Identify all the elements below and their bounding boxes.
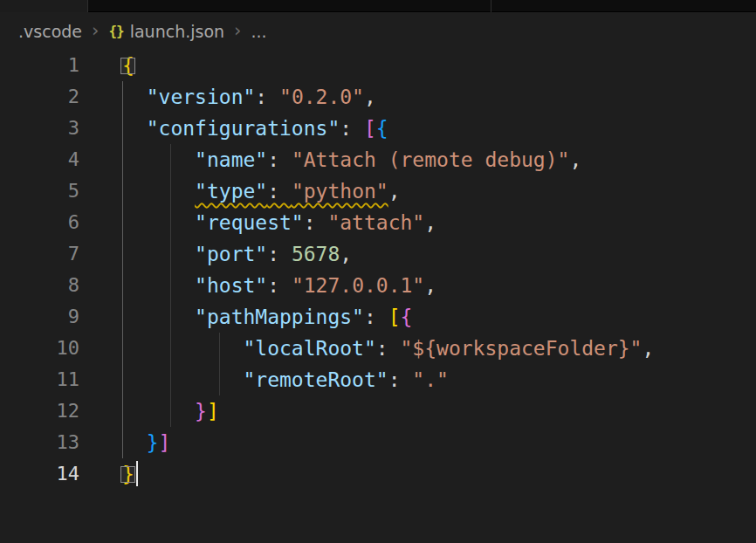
line-number[interactable]: 6	[0, 207, 100, 238]
line-number[interactable]: 14	[0, 458, 100, 490]
line-number[interactable]: 13	[0, 427, 100, 458]
token	[122, 306, 195, 328]
code-line-4: 4 "name": "Attach (remote debug)",	[0, 144, 756, 175]
line-number[interactable]: 10	[0, 333, 100, 364]
breadcrumb-folder[interactable]: .vscode	[18, 22, 82, 41]
breadcrumb-file[interactable]: {} launch.json	[108, 22, 224, 41]
line-code[interactable]: "type": "python",	[100, 175, 401, 207]
line-code[interactable]: "localRoot": "${workspaceFolder}",	[100, 333, 654, 364]
line-number[interactable]: 4	[0, 144, 100, 175]
token: :	[376, 337, 401, 360]
token: "version"	[147, 86, 256, 108]
token: ,	[364, 86, 376, 108]
token: "name"	[195, 148, 267, 171]
code-line-10: 10 "localRoot": "${workspaceFolder}",	[0, 333, 756, 364]
token: [	[364, 117, 376, 140]
token: "request"	[195, 211, 304, 234]
token: :	[267, 274, 292, 297]
code-line-8: 8 "host": "127.0.0.1",	[0, 270, 756, 301]
line-number[interactable]: 9	[0, 301, 100, 333]
line-number[interactable]: 2	[0, 81, 100, 113]
token	[122, 148, 195, 171]
token: ]	[207, 400, 219, 423]
line-number[interactable]: 5	[0, 175, 100, 207]
token	[122, 117, 147, 140]
matched-bracket: {	[122, 54, 134, 77]
line-code[interactable]: "name": "Attach (remote debug)",	[100, 144, 581, 175]
token: ,	[424, 211, 436, 234]
token: {	[376, 117, 388, 140]
json-file-icon: {}	[108, 23, 123, 39]
line-number[interactable]: 7	[0, 238, 100, 270]
line-code[interactable]: "configurations": [{	[100, 113, 388, 144]
chevron-right-icon: ›	[92, 20, 99, 41]
code-line-13: 13 }]	[0, 427, 756, 458]
token: ,	[340, 243, 352, 265]
code-line-7: 7 "port": 5678,	[0, 238, 756, 270]
token	[122, 368, 243, 391]
code-line-6: 6 "request": "attach",	[0, 207, 756, 238]
line-code[interactable]: "remoteRoot": "."	[100, 364, 449, 395]
code-line-14: 14}	[0, 458, 756, 490]
token: :	[255, 86, 279, 108]
token: {	[401, 306, 413, 328]
breadcrumb-file-label: launch.json	[130, 22, 224, 41]
token: "127.0.0.1"	[292, 274, 424, 297]
line-number[interactable]: 12	[0, 395, 100, 427]
token: ,	[569, 148, 581, 171]
line-number[interactable]: 1	[0, 50, 100, 81]
breadcrumb-symbol-ellipsis[interactable]: ...	[251, 22, 266, 41]
line-code[interactable]: "port": 5678,	[100, 238, 352, 270]
token: :	[267, 180, 292, 203]
code-line-1: 1{	[0, 50, 756, 81]
token	[122, 211, 195, 234]
token: "0.2.0"	[279, 86, 364, 108]
token: ,	[388, 180, 401, 203]
editor[interactable]: 1{2 "version": "0.2.0",3 "configurations…	[0, 50, 756, 490]
line-number[interactable]: 3	[0, 113, 100, 144]
token: ,	[424, 274, 436, 297]
token: "${workspaceFolder}"	[401, 337, 643, 360]
token	[122, 431, 147, 454]
code-line-2: 2 "version": "0.2.0",	[0, 81, 756, 113]
line-number[interactable]: 11	[0, 364, 100, 395]
token: "remoteRoot"	[243, 368, 388, 391]
tab-bar	[0, 0, 756, 12]
token: "pathMappings"	[195, 306, 364, 328]
token: "type"	[195, 180, 267, 203]
line-code[interactable]: "version": "0.2.0",	[100, 81, 376, 113]
token: }	[147, 431, 159, 454]
line-number[interactable]: 8	[0, 270, 100, 301]
active-tab-edge[interactable]	[0, 0, 87, 12]
token: "Attach (remote debug)"	[292, 148, 570, 171]
line-code[interactable]: {	[100, 50, 134, 81]
token: :	[267, 148, 292, 171]
code-line-12: 12 }]	[0, 395, 756, 427]
token: ]	[159, 431, 171, 454]
token: "configurations"	[147, 117, 340, 140]
line-code[interactable]: "request": "attach",	[100, 207, 436, 238]
code-line-5: 5 "type": "python",	[0, 175, 756, 207]
indent-guide	[122, 81, 123, 458]
token	[122, 337, 243, 360]
token: :	[364, 306, 388, 328]
token: :	[388, 368, 413, 391]
matched-bracket: }	[122, 463, 134, 485]
token: ,	[642, 337, 654, 360]
token	[122, 86, 147, 108]
token	[122, 180, 195, 203]
line-code[interactable]: }]	[100, 427, 170, 458]
line-code[interactable]: }	[100, 458, 138, 490]
line-code[interactable]: }]	[100, 395, 219, 427]
tab-separator	[87, 0, 88, 12]
line-code[interactable]: "pathMappings": [{	[100, 301, 412, 333]
token: }	[195, 400, 207, 423]
token	[122, 274, 195, 297]
breadcrumb: .vscode › {} launch.json › ...	[0, 12, 756, 50]
text-cursor	[136, 461, 139, 486]
indent-guide	[170, 144, 171, 427]
line-code[interactable]: "host": "127.0.0.1",	[100, 270, 436, 301]
indent-guide	[219, 333, 220, 395]
code-line-11: 11 "remoteRoot": "."	[0, 364, 756, 395]
code-line-9: 9 "pathMappings": [{	[0, 301, 756, 333]
